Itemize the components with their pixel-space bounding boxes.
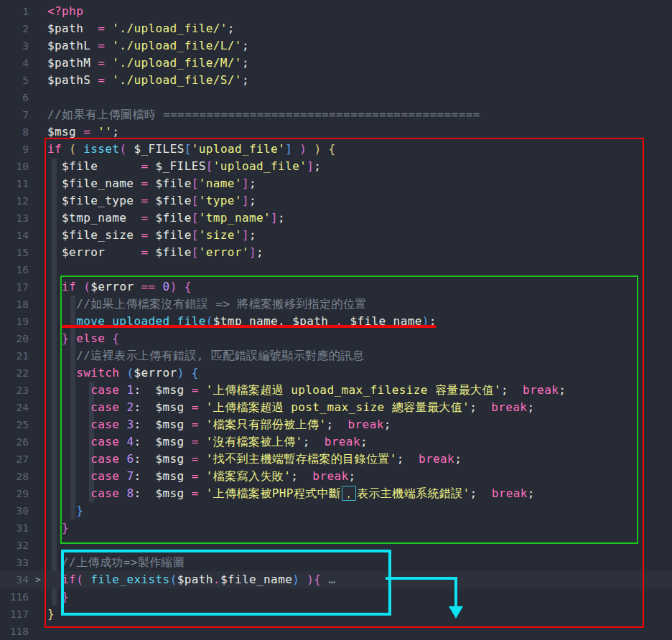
line-number[interactable]: 11 <box>0 175 29 192</box>
code-editor[interactable]: 1<?php2$path = './upload_file/';3$pathL … <box>0 0 672 640</box>
code-text: case 3: $msg = '檔案只有部份被上傳'; break; <box>47 416 672 433</box>
fold-gutter-space <box>29 485 47 502</box>
code-line[interactable]: 116 } <box>0 588 672 606</box>
code-line[interactable]: 30 } <box>0 502 672 519</box>
line-number[interactable]: 24 <box>0 399 29 416</box>
line-number[interactable]: 33 <box>0 554 29 571</box>
line-number[interactable]: 28 <box>0 468 29 485</box>
code-line[interactable]: 12 $file_type = $file['type']; <box>0 192 672 210</box>
line-number[interactable]: 18 <box>0 296 29 313</box>
code-line[interactable]: 117} <box>0 606 672 623</box>
fold-gutter-space <box>29 55 47 72</box>
code-text <box>47 537 672 554</box>
code-line[interactable]: 31 } <box>0 519 672 537</box>
code-line[interactable]: 26 case 4: $msg = '沒有檔案被上傳'; break; <box>0 433 672 451</box>
code-line[interactable]: 14 $file_size = $file['size']; <box>0 227 672 244</box>
line-number[interactable]: 20 <box>0 330 29 347</box>
line-number[interactable]: 2 <box>0 20 29 37</box>
fold-gutter-space <box>29 37 47 55</box>
line-number[interactable]: 26 <box>0 433 29 451</box>
code-line[interactable]: 15 $error = $file['error']; <box>0 244 672 261</box>
code-line[interactable]: 32 <box>0 537 672 554</box>
fold-gutter-space <box>29 519 47 537</box>
fold-gutter-space <box>29 364 47 382</box>
code-line[interactable]: 33 //上傳成功=>製作縮圖 <box>0 554 672 571</box>
fold-gutter-space <box>29 451 47 468</box>
line-number[interactable]: 4 <box>0 55 29 72</box>
code-line[interactable]: 29 case 8: $msg = '上傳檔案被PHP程式中斷，表示主機端系統錯… <box>0 485 672 502</box>
line-number[interactable]: 9 <box>0 141 29 158</box>
fold-gutter-space <box>29 3 47 20</box>
line-number[interactable]: 13 <box>0 210 29 227</box>
code-line[interactable]: 24 case 2: $msg = '上傳檔案超過 post_max_size … <box>0 399 672 416</box>
code-line[interactable]: 13 $tmp_name = $file['tmp_name']; <box>0 210 672 227</box>
code-line[interactable]: 6 <box>0 89 672 106</box>
code-text: case 7: $msg = '檔案寫入失敗'; break; <box>47 468 672 485</box>
line-number[interactable]: 8 <box>0 123 29 141</box>
code-line[interactable]: 3$pathL = './upload_file/L/'; <box>0 37 672 55</box>
code-line[interactable]: 27 case 6: $msg = '找不到主機端暫存檔案的目錄位置'; bre… <box>0 451 672 468</box>
code-text: if ($error == 0) { <box>47 278 672 296</box>
code-line[interactable]: 19 move_uploaded_file($tmp_name, $path .… <box>0 313 672 330</box>
code-line[interactable]: 118 <box>0 623 672 640</box>
line-number[interactable]: 22 <box>0 364 29 382</box>
code-text: } <box>47 502 672 519</box>
code-line[interactable]: 21 //這裡表示上傳有錯誤, 匹配錯誤編號顯示對應的訊息 <box>0 347 672 364</box>
line-number[interactable]: 116 <box>0 588 29 606</box>
code-line[interactable]: 17 if ($error == 0) { <box>0 278 672 296</box>
line-number[interactable]: 118 <box>0 623 29 640</box>
code-text: $file = $_FILES['upload_file']; <box>47 158 672 175</box>
line-number[interactable]: 19 <box>0 313 29 330</box>
code-line[interactable]: 20 } else { <box>0 330 672 347</box>
fold-chevron-icon[interactable]: > <box>29 571 47 588</box>
code-line[interactable]: 18 //如果上傳檔案沒有錯誤 => 將檔案搬移到指定的位置 <box>0 296 672 313</box>
code-line[interactable]: 4$pathM = './upload_file/M/'; <box>0 55 672 72</box>
line-number[interactable]: 5 <box>0 72 29 89</box>
code-line[interactable]: 2$path = './upload_file/'; <box>0 20 672 37</box>
fold-gutter-space <box>29 89 47 106</box>
code-line[interactable]: 16 <box>0 261 672 278</box>
code-line[interactable]: 1<?php <box>0 3 672 20</box>
line-number[interactable]: 1 <box>0 3 29 20</box>
fold-gutter-space <box>29 416 47 433</box>
code-line[interactable]: 9if ( isset( $_FILES['upload_file'] ) ) … <box>0 141 672 158</box>
code-line[interactable]: 23 case 1: $msg = '上傳檔案超過 upload_max_fil… <box>0 382 672 399</box>
line-number[interactable]: 16 <box>0 261 29 278</box>
code-line[interactable]: 34> if( file_exists($path.$file_name) ){… <box>0 571 672 588</box>
fold-gutter-space <box>29 433 47 451</box>
code-text: } <box>47 519 672 537</box>
line-number[interactable]: 31 <box>0 519 29 537</box>
line-number[interactable]: 34 <box>0 571 29 588</box>
line-number[interactable]: 25 <box>0 416 29 433</box>
line-number[interactable]: 17 <box>0 278 29 296</box>
line-number[interactable]: 32 <box>0 537 29 554</box>
line-number[interactable]: 117 <box>0 606 29 623</box>
fold-gutter-space <box>29 468 47 485</box>
fold-gutter-space <box>29 588 47 606</box>
code-line[interactable]: 10 $file = $_FILES['upload_file']; <box>0 158 672 175</box>
code-line[interactable]: 5$pathS = './upload_file/S/'; <box>0 72 672 89</box>
line-number[interactable]: 29 <box>0 485 29 502</box>
code-text: $msg = ''; <box>47 123 672 141</box>
line-number[interactable]: 3 <box>0 37 29 55</box>
line-number[interactable]: 7 <box>0 106 29 123</box>
fold-gutter-space <box>29 227 47 244</box>
code-line[interactable]: 7//如果有上傳圖檔時 ============================… <box>0 106 672 123</box>
line-number[interactable]: 10 <box>0 158 29 175</box>
line-number[interactable]: 30 <box>0 502 29 519</box>
line-number[interactable]: 21 <box>0 347 29 364</box>
code-line[interactable]: 22 switch ($error) { <box>0 364 672 382</box>
code-text: case 1: $msg = '上傳檔案超過 upload_max_filesi… <box>47 382 672 399</box>
line-number[interactable]: 23 <box>0 382 29 399</box>
fold-gutter-space <box>29 175 47 192</box>
line-number[interactable]: 27 <box>0 451 29 468</box>
line-number[interactable]: 15 <box>0 244 29 261</box>
line-number[interactable]: 6 <box>0 89 29 106</box>
line-number[interactable]: 14 <box>0 227 29 244</box>
code-text: case 2: $msg = '上傳檔案超過 post_max_size 總容量… <box>47 399 672 416</box>
line-number[interactable]: 12 <box>0 192 29 210</box>
code-line[interactable]: 25 case 3: $msg = '檔案只有部份被上傳'; break; <box>0 416 672 433</box>
code-line[interactable]: 28 case 7: $msg = '檔案寫入失敗'; break; <box>0 468 672 485</box>
code-line[interactable]: 11 $file_name = $file['name']; <box>0 175 672 192</box>
code-line[interactable]: 8$msg = ''; <box>0 123 672 141</box>
